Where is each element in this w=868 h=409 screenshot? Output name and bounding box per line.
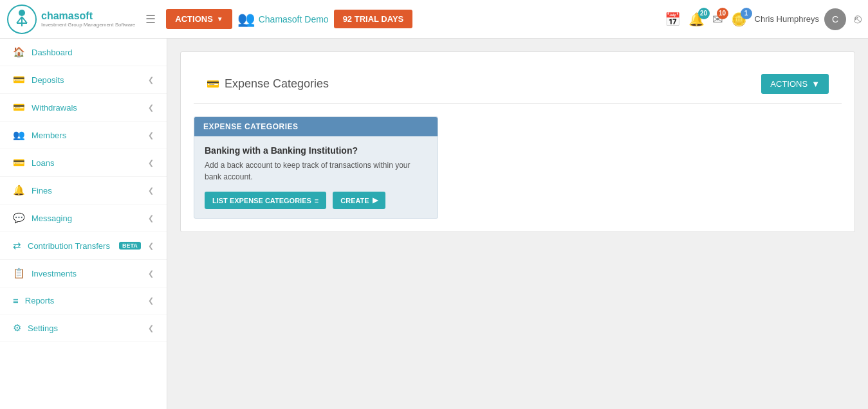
chevron-fines-icon: ❮ [148,186,154,195]
page-title-icon: 💳 [207,78,219,90]
page-header: 💳 Expense Categories ACTIONS ▼ [194,65,842,104]
list-icon: ≡ [315,197,319,204]
expense-categories-card: EXPENSE CATEGORIES Banking with a Bankin… [194,116,438,219]
sidebar-label-members: Members [32,131,66,140]
group-area: 👥 Chamasoft Demo [237,11,329,28]
create-button[interactable]: CREATE ▶ [333,192,385,209]
sidebar-item-contribution-transfers[interactable]: ⇄ Contribution Transfers BETA ❮ [0,232,167,260]
main-content-area: 💳 Expense Categories ACTIONS ▼ EXPENSE C… [167,39,868,409]
chevron-members-icon: ❮ [148,131,154,140]
mail-badge: 10 [717,8,728,19]
logo-area: chamasoft Investment Group Management So… [6,4,135,35]
chevron-contribution-icon: ❮ [148,242,154,250]
settings-icon: ⚙ [13,322,21,334]
group-icon: 👥 [237,11,255,28]
card-buttons: LIST EXPENSE CATEGORIES ≡ CREATE ▶ [205,192,427,209]
page-title: Expense Categories [225,77,329,91]
logo-name: chamasoft [41,10,135,22]
sidebar-item-deposits[interactable]: 💳 Deposits ❮ [0,66,167,94]
layout: 🏠 Dashboard 💳 Deposits ❮ 💳 Withdrawals ❮… [0,39,868,409]
sidebar-label-settings: Settings [28,323,58,333]
bell-icon-box[interactable]: 🔔 20 [688,12,705,27]
sidebar-label-loans: Loans [32,158,54,168]
trial-badge: 92 TRIAL DAYS [334,10,413,28]
withdrawals-icon: 💳 [13,102,25,113]
chevron-settings-icon: ❮ [148,324,154,332]
avatar: C [824,8,846,30]
sidebar-item-withdrawals[interactable]: 💳 Withdrawals ❮ [0,94,167,122]
user-area[interactable]: Chris Humphreys C [755,8,846,30]
logo-icon [6,4,37,35]
calendar-icon: 📅 [665,12,681,27]
group-name: Chamasoft Demo [259,14,329,24]
sidebar-label-investments: Investments [32,269,77,278]
sidebar-item-investments[interactable]: 📋 Investments ❮ [0,260,167,287]
nav-right: 📅 🔔 20 ✉ 10 🪙 1 Chris Humphreys C ⎋ [665,8,862,30]
page-actions-button[interactable]: ACTIONS ▼ [761,74,829,94]
deposits-icon: 💳 [13,74,25,86]
logo-text: chamasoft Investment Group Management So… [41,10,135,28]
card-body: Banking with a Banking Institution? Add … [194,136,438,218]
actions-button[interactable]: ACTIONS ▼ [166,9,232,29]
sidebar-label-fines: Fines [32,186,52,195]
fines-icon: 🔔 [13,185,25,196]
chevron-deposits-icon: ❮ [148,76,154,84]
svg-line-3 [22,17,27,23]
calendar-icon-box[interactable]: 📅 [665,12,681,27]
sidebar-item-dashboard[interactable]: 🏠 Dashboard [0,39,167,66]
chevron-loans-icon: ❮ [148,159,154,167]
dashboard-icon: 🏠 [13,46,25,58]
reports-icon: ≡ [13,295,19,306]
bell-badge: 20 [698,8,710,19]
card-text: Add a back account to keep track of tran… [205,159,427,183]
sidebar-item-settings[interactable]: ⚙ Settings ❮ [0,314,167,342]
sidebar-label-dashboard: Dashboard [32,48,73,57]
main-content: 💳 Expense Categories ACTIONS ▼ EXPENSE C… [180,51,855,232]
list-expense-categories-button[interactable]: LIST EXPENSE CATEGORIES ≡ [205,192,326,209]
logout-icon[interactable]: ⎋ [854,12,862,26]
chevron-messaging-icon: ❮ [148,214,154,223]
sidebar-label-messaging: Messaging [32,214,72,223]
beta-badge: BETA [119,242,141,250]
chevron-reports-icon: ❮ [148,296,154,305]
actions-arrow-icon: ▼ [217,15,223,23]
sidebar-item-members[interactable]: 👥 Members ❮ [0,122,167,149]
create-arrow-icon: ▶ [373,196,378,204]
logo-sub: Investment Group Management Software [41,22,135,28]
coin-icon-box[interactable]: 🪙 1 [731,12,747,27]
investments-icon: 📋 [13,268,25,279]
messaging-icon: 💬 [13,212,25,224]
coin-badge: 1 [741,8,752,19]
contribution-transfers-icon: ⇄ [13,240,21,251]
sidebar-item-loans[interactable]: 💳 Loans ❮ [0,149,167,177]
sidebar-label-reports: Reports [25,296,55,305]
sidebar-label-contribution-transfers: Contribution Transfers [28,241,110,251]
chevron-withdrawals-icon: ❮ [148,104,154,112]
sidebar-item-messaging[interactable]: 💬 Messaging ❮ [0,204,167,232]
sidebar-label-deposits: Deposits [32,75,64,85]
members-icon: 👥 [13,129,25,141]
page-actions-arrow-icon: ▼ [811,79,820,89]
chevron-investments-icon: ❮ [148,269,154,278]
hamburger-icon[interactable]: ☰ [145,12,156,26]
svg-line-2 [17,17,22,23]
sidebar-label-withdrawals: Withdrawals [32,103,77,113]
page-title-area: 💳 Expense Categories [207,77,329,91]
card-title: Banking with a Banking Institution? [205,145,427,156]
card-header: EXPENSE CATEGORIES [194,117,307,136]
card-header-wrap: EXPENSE CATEGORIES [194,117,438,136]
loans-icon: 💳 [13,157,25,168]
user-name: Chris Humphreys [755,14,819,24]
top-navbar: chamasoft Investment Group Management So… [0,0,868,39]
sidebar: 🏠 Dashboard 💳 Deposits ❮ 💳 Withdrawals ❮… [0,39,167,409]
svg-point-1 [19,10,25,16]
sidebar-item-fines[interactable]: 🔔 Fines ❮ [0,177,167,204]
sidebar-item-reports[interactable]: ≡ Reports ❮ [0,287,167,314]
mail-icon-box[interactable]: ✉ 10 [712,12,723,27]
